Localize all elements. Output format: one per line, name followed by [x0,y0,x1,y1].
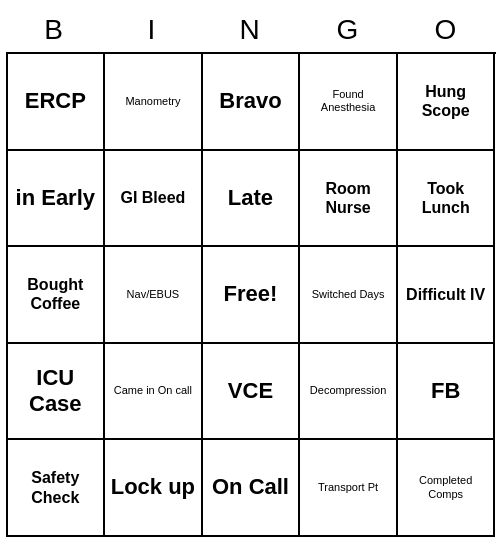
bingo-cell: Bought Coffee [8,247,106,344]
bingo-cell: Bravo [203,54,301,151]
bingo-cell: Completed Comps [398,440,496,537]
header-letter: N [202,7,300,52]
bingo-row: Bought CoffeeNav/EBUSFree!Switched DaysD… [8,247,496,344]
bingo-cell: in Early [8,151,106,248]
bingo-cell: Late [203,151,301,248]
bingo-cell: FB [398,344,496,441]
bingo-cell: VCE [203,344,301,441]
header-letter: I [104,7,202,52]
bingo-cell: Room Nurse [300,151,398,248]
bingo-cell: Manometry [105,54,203,151]
bingo-cell: Nav/EBUS [105,247,203,344]
header-letter: B [6,7,104,52]
bingo-cell: Came in On call [105,344,203,441]
bingo-cell: Lock up [105,440,203,537]
bingo-row: in EarlyGI BleedLateRoom NurseTook Lunch [8,151,496,248]
bingo-cell: Free! [203,247,301,344]
bingo-cell: GI Bleed [105,151,203,248]
bingo-cell: Transport Pt [300,440,398,537]
bingo-cell: ERCP [8,54,106,151]
bingo-cell: On Call [203,440,301,537]
bingo-cell: Hung Scope [398,54,496,151]
bingo-cell: Found Anesthesia [300,54,398,151]
bingo-card: BINGO ERCPManometryBravoFound Anesthesia… [6,7,496,537]
bingo-row: ICU CaseCame in On callVCEDecompressionF… [8,344,496,441]
bingo-grid: ERCPManometryBravoFound AnesthesiaHung S… [6,52,496,537]
bingo-row: Safety CheckLock upOn CallTransport PtCo… [8,440,496,537]
bingo-cell: Switched Days [300,247,398,344]
header-letter: O [398,7,496,52]
bingo-row: ERCPManometryBravoFound AnesthesiaHung S… [8,54,496,151]
bingo-cell: Difficult IV [398,247,496,344]
bingo-cell: Decompression [300,344,398,441]
header-letter: G [300,7,398,52]
bingo-header: BINGO [6,7,496,52]
bingo-cell: Safety Check [8,440,106,537]
bingo-cell: Took Lunch [398,151,496,248]
bingo-cell: ICU Case [8,344,106,441]
